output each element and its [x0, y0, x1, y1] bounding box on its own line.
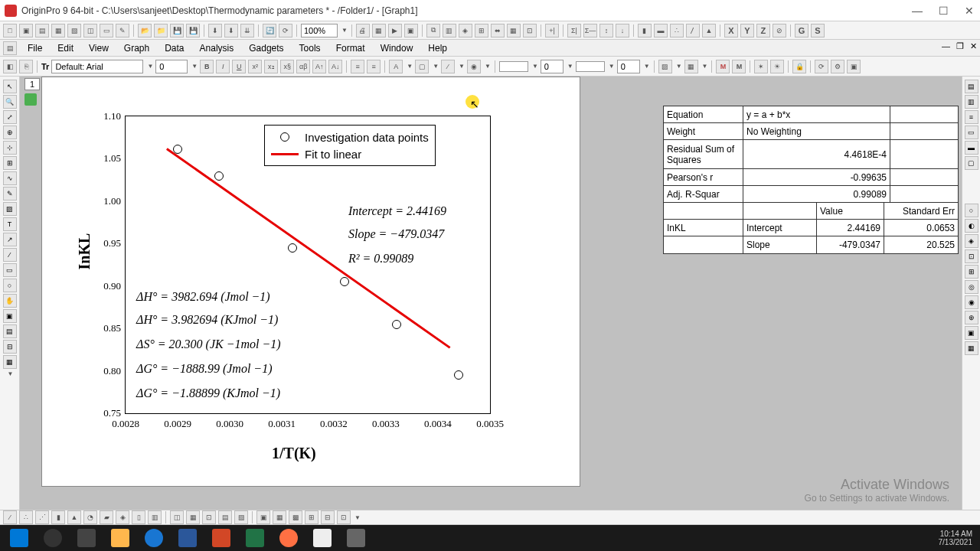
misc-tool[interactable]: ▦ [3, 355, 17, 369]
dG-J-annotation[interactable]: ΔG° = −1888.99 (Jmol −1) [136, 362, 273, 376]
pan-tool[interactable]: ⊕ [3, 126, 17, 139]
menu-view[interactable]: View [81, 40, 116, 56]
3d-surface-button[interactable]: ◫ [170, 510, 184, 524]
rescale-button[interactable]: ▥ [443, 24, 456, 37]
antialias-button[interactable]: ✶ [754, 60, 768, 73]
decrease-font-button[interactable]: A↓ [328, 60, 342, 73]
firefox-button[interactable] [273, 527, 305, 549]
r2-annotation[interactable]: R² = 0.99089 [348, 252, 413, 266]
new-project-button[interactable]: □ [3, 24, 17, 37]
new-matrix-button[interactable]: ▦ [51, 24, 65, 37]
new-layout-button[interactable]: ▭ [100, 24, 113, 37]
zoom-select[interactable]: 100% [301, 24, 338, 37]
task-view-button[interactable] [70, 527, 103, 549]
tools-7[interactable]: ◉ [965, 295, 978, 309]
supersub-button[interactable]: x§ [280, 60, 294, 73]
bold-button[interactable]: B [200, 60, 214, 73]
fill-color-dropdown[interactable]: ▼ [433, 63, 439, 70]
new-notes-button[interactable]: ✎ [116, 24, 129, 37]
rect-tool[interactable]: ▭ [3, 263, 17, 277]
new-excel-button[interactable]: ▧ [67, 24, 81, 37]
antialias2-button[interactable]: ☀ [770, 60, 784, 73]
template-3[interactable]: ▩ [289, 510, 302, 524]
zoom-out-tool[interactable]: ⤢ [3, 110, 17, 124]
quick-help-toggle[interactable]: ≡ [965, 110, 978, 124]
excel-button[interactable] [239, 527, 271, 549]
y-icon[interactable]: Y [740, 24, 754, 37]
import-button[interactable]: ⬇ [208, 24, 222, 37]
size-dropdown-icon[interactable]: ▼ [191, 63, 198, 70]
x-icon[interactable]: X [724, 24, 738, 37]
add-layer-button[interactable]: ⊞ [475, 24, 488, 37]
tools-2[interactable]: ◐ [965, 219, 978, 233]
lock-button[interactable]: 🔒 [792, 60, 806, 73]
area-chart-icon[interactable]: ▲ [702, 24, 716, 37]
add-col-button[interactable]: +| [545, 24, 559, 37]
column-plot-button[interactable]: ▮ [51, 510, 65, 524]
data-point[interactable] [173, 145, 182, 154]
copy-format-button[interactable]: ⎘ [19, 60, 33, 73]
edge-button[interactable] [138, 527, 170, 549]
new-workbook-button[interactable]: ▤ [35, 24, 49, 37]
print-preview-button[interactable]: ▦ [372, 24, 386, 37]
scatter-plot-button[interactable]: ∴ [19, 510, 33, 524]
sort-button[interactable]: ↕ [599, 24, 613, 37]
pattern-dropdown[interactable]: ▼ [676, 63, 682, 70]
photos-button[interactable] [340, 527, 372, 549]
data-point[interactable] [454, 370, 463, 380]
pattern-button[interactable]: ▨ [658, 60, 672, 73]
template-2[interactable]: ▦ [273, 510, 286, 524]
tools-1[interactable]: ○ [965, 204, 978, 217]
3d-waterfall-button[interactable]: ▤ [218, 510, 232, 524]
word-button[interactable] [172, 527, 204, 549]
template-5[interactable]: ⊟ [321, 510, 335, 524]
sort-desc-button[interactable]: ↓ [616, 24, 629, 37]
stats-row-button[interactable]: Σ— [583, 24, 597, 37]
font-color-dropdown[interactable]: ▼ [407, 63, 413, 70]
3d-wire-button[interactable]: ▧ [234, 510, 248, 524]
layer-button[interactable]: ◈ [459, 24, 472, 37]
start-button[interactable] [3, 527, 35, 549]
new-graph-button[interactable]: ◫ [83, 24, 97, 37]
plot-more-dropdown[interactable]: ▼ [354, 514, 361, 521]
font-dropdown-icon[interactable]: ▼ [147, 63, 153, 70]
symbol-color-button[interactable]: ◉ [467, 60, 481, 73]
histogram-button[interactable]: ▥ [148, 510, 162, 524]
font-color-button[interactable]: A [389, 60, 403, 73]
x-axis-label[interactable]: 1/T(K) [272, 445, 316, 462]
project-explorer-toggle[interactable]: ▤ [965, 80, 978, 93]
menu-tools[interactable]: Tools [292, 40, 328, 56]
project-explorer-button[interactable]: ▤ [3, 41, 17, 55]
slideshow-button[interactable]: ▶ [388, 24, 402, 37]
border-width-dropdown[interactable]: ▼ [644, 63, 650, 70]
mdi-close-button[interactable]: ✕ [970, 41, 977, 51]
lock-icon[interactable] [24, 93, 37, 106]
border-style-select[interactable] [576, 61, 605, 72]
template-4[interactable]: ⊞ [305, 510, 318, 524]
data-selector-tool[interactable]: ∿ [3, 171, 17, 185]
data-point[interactable] [214, 171, 224, 181]
italic-button[interactable]: I [216, 60, 230, 73]
align-left-button[interactable]: ≡ [351, 60, 364, 73]
data-point[interactable] [392, 320, 401, 329]
mask-tool[interactable]: ▨ [3, 202, 17, 216]
circle-tool[interactable]: ○ [3, 279, 17, 292]
pie-plot-button[interactable]: ◔ [83, 510, 97, 524]
pointer-tool[interactable]: ↖ [3, 80, 17, 93]
recalc-mode-button[interactable]: ⟳ [815, 60, 828, 73]
menu-format[interactable]: Format [328, 40, 373, 56]
open-button[interactable]: 📂 [138, 24, 152, 37]
scatter-chart-icon[interactable]: ∴ [670, 24, 684, 37]
area-plot-button[interactable]: ▲ [67, 510, 81, 524]
scale-tool[interactable]: ⊟ [3, 340, 17, 354]
mdi-restore-button[interactable]: ❐ [956, 41, 964, 51]
close-button[interactable]: ✕ [963, 5, 975, 17]
digitizer-button[interactable]: ⊡ [523, 24, 537, 37]
superscript-button[interactable]: x² [248, 60, 262, 73]
region-tool[interactable]: ✋ [3, 294, 17, 308]
powerpoint-button[interactable] [205, 527, 237, 549]
file-explorer-button[interactable] [104, 527, 136, 549]
draw-data-tool[interactable]: ✎ [3, 187, 17, 201]
tools-6[interactable]: ◎ [965, 280, 978, 294]
menu-gadgets[interactable]: Gadgets [241, 40, 291, 56]
